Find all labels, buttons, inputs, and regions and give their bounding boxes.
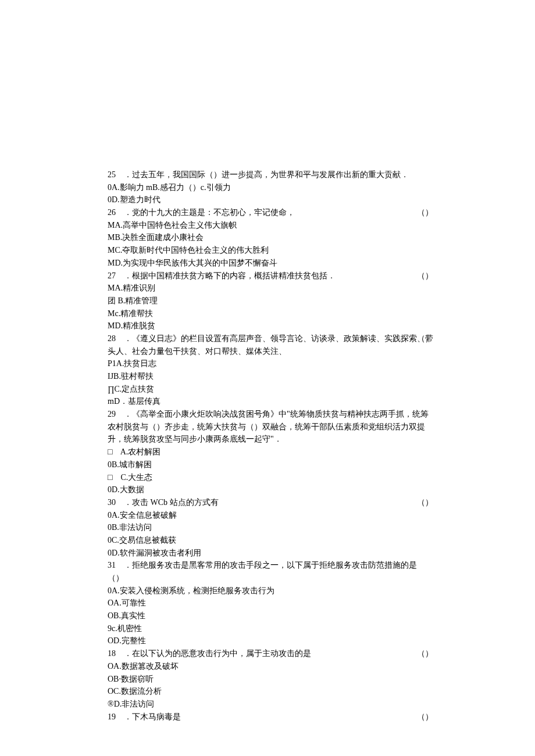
option: 0A.影响力 mB.感召力（）c.引领力 <box>108 181 433 194</box>
question-number: 27 <box>108 271 116 280</box>
question-number: 30 <box>108 498 116 507</box>
option: IJB.驻村帮扶 <box>108 370 433 383</box>
question-text: 19 ．下木马病毒是 <box>108 711 433 723</box>
option: Mc.精准帮扶 <box>108 307 433 320</box>
option: MD.精准脱贫 <box>108 320 433 332</box>
option: □ A.农村解困 <box>108 446 433 458</box>
question-body: ．过去五年，我国国际（）进一步提高，为世界和平与发展作出新的重大贡献． <box>116 170 409 179</box>
option: P1A.扶贫日志 <box>108 357 433 370</box>
question-body: ．《遵义日志》的栏目设置有高层声音、领导言论、访谈录、政策解读、实践探索、带头人… <box>108 334 433 356</box>
option: MC.夺取新时代中国特色社会主义的伟大胜利 <box>108 244 433 257</box>
question-text: 26 ．党的十九大的主题是：不忘初心，牢记使命， <box>108 206 433 219</box>
option: MA.精准识别 <box>108 282 433 295</box>
question: 30 ．攻击 WCb 站点的方式有（） <box>108 496 433 509</box>
option: mD．基层传真 <box>108 395 433 408</box>
question-body: ．党的十九大的主题是：不忘初心，牢记使命， <box>116 208 295 217</box>
question-body: ．拒绝服务攻击是黑客常用的攻击手段之一，以下属于拒绝服务攻击防范措施的是 （） <box>108 561 425 582</box>
question-text: 29 ．《高举全面小康火炬吹响决战贫困号角》中"统筹物质扶贫与精神扶志两手抓，统… <box>108 408 433 446</box>
question-text: 31 ．拒绝服务攻击是黑客常用的攻击手段之一，以下属于拒绝服务攻击防范措施的是 … <box>108 559 433 584</box>
option: ®D.非法访问 <box>108 698 433 711</box>
option: 0B.城市解困 <box>108 458 433 471</box>
question: 29 ．《高举全面小康火炬吹响决战贫困号角》中"统筹物质扶贫与精神扶志两手抓，统… <box>108 408 433 446</box>
option: 0B.非法访问 <box>108 521 433 534</box>
option: ∏C.定点扶贫 <box>108 383 433 396</box>
question-body: ．下木马病毒是 <box>116 712 181 721</box>
answer-blank: （） <box>417 496 433 509</box>
question-text: 27 ．根据中国精准扶贫方略下的内容，概括讲精准扶贫包括． <box>108 270 433 282</box>
question-text: 18 ．在以下认为的恶意攻击行为中，属于主动攻击的是 <box>108 647 433 660</box>
option: MB.决胜全面建成小康社会 <box>108 231 433 244</box>
option: OB·数据窃听 <box>108 673 433 686</box>
option: 0D.大数据 <box>108 483 433 496</box>
question: 28 ．《遵义日志》的栏目设置有高层声音、领导言论、访谈录、政策解读、实践探索、… <box>108 332 433 357</box>
question: 25 ．过去五年，我国国际（）进一步提高，为世界和平与发展作出新的重大贡献． <box>108 169 433 181</box>
option: 0A.安全信息被破解 <box>108 509 433 522</box>
option: □ C.大生态 <box>108 471 433 484</box>
question: 19 ．下木马病毒是（） <box>108 711 433 723</box>
exam-document: 25 ．过去五年，我国国际（）进一步提高，为世界和平与发展作出新的重大贡献．0A… <box>108 169 433 723</box>
question-number: 25 <box>108 170 116 179</box>
answer-blank: （） <box>417 647 433 660</box>
question-number: 19 <box>108 712 116 721</box>
option: MA.高举中国特色社会主义伟大旗帜 <box>108 219 433 232</box>
option: OA.可靠性 <box>108 597 433 610</box>
option: 9c.机密性 <box>108 622 433 635</box>
option: 团 B.精准管理 <box>108 295 433 307</box>
option: 0D.软件漏洞被攻击者利用 <box>108 547 433 560</box>
question: 18 ．在以下认为的恶意攻击行为中，属于主动攻击的是（） <box>108 647 433 660</box>
option: 0D.塑造力时代 <box>108 194 433 206</box>
option: OB.真实性 <box>108 610 433 622</box>
option: OC.数据流分析 <box>108 685 433 698</box>
option: OD.完整性 <box>108 635 433 647</box>
question-text: 25 ．过去五年，我国国际（）进一步提高，为世界和平与发展作出新的重大贡献． <box>108 169 433 181</box>
question-body: ．《高举全面小康火炬吹响决战贫困号角》中"统筹物质扶贫与精神扶志两手抓，统筹农村… <box>108 410 429 443</box>
answer-blank: （） <box>417 270 433 282</box>
question-number: 28 <box>108 334 116 343</box>
question-number: 29 <box>108 410 116 418</box>
answer-blank: （） <box>417 206 433 219</box>
question: 31 ．拒绝服务攻击是黑客常用的攻击手段之一，以下属于拒绝服务攻击防范措施的是 … <box>108 559 433 584</box>
option: 0A.安装入侵检测系统，检测拒绝服务攻击行为 <box>108 585 433 597</box>
answer-blank: （） <box>417 711 433 723</box>
option: 0C.交易信息被截获 <box>108 534 433 547</box>
question-number: 26 <box>108 208 116 217</box>
question-body: ．根据中国精准扶贫方略下的内容，概括讲精准扶贫包括． <box>116 271 336 280</box>
question-body: ．攻击 WCb 站点的方式有 <box>116 498 219 507</box>
question-text: 30 ．攻击 WCb 站点的方式有 <box>108 496 433 509</box>
option: MD.为实现中华民族伟大其兴的中国梦不懈奋斗 <box>108 257 433 270</box>
question-number: 18 <box>108 649 116 658</box>
question-text: 28 ．《遵义日志》的栏目设置有高层声音、领导言论、访谈录、政策解读、实践探索、… <box>108 332 433 357</box>
question-body: ．在以下认为的恶意攻击行为中，属于主动攻击的是 <box>116 649 311 658</box>
question: 26 ．党的十九大的主题是：不忘初心，牢记使命，（） <box>108 206 433 219</box>
answer-blank: （） <box>417 332 433 345</box>
option: OA.数据篡改及破坏 <box>108 660 433 673</box>
question: 27 ．根据中国精准扶贫方略下的内容，概括讲精准扶贫包括．（） <box>108 270 433 282</box>
question-number: 31 <box>108 561 116 569</box>
